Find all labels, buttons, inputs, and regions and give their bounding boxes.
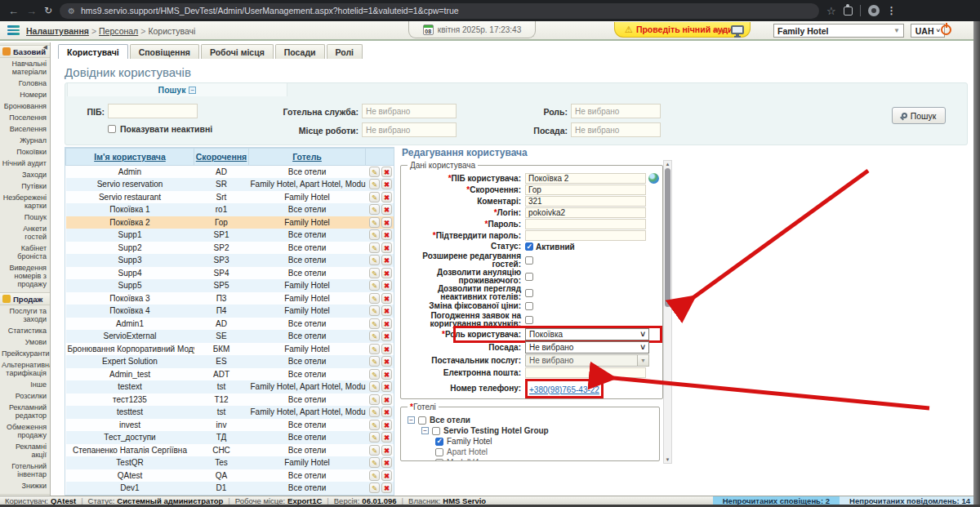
workplace-input[interactable] xyxy=(362,122,457,137)
address-bar[interactable]: ⚙ hms9.servio.support/HMS_DevTest/Admin/… xyxy=(60,3,819,19)
edit-row-button[interactable]: ✎ xyxy=(369,204,380,215)
bookmark-star-icon[interactable]: ☆ xyxy=(826,6,836,16)
edit-row-button[interactable]: ✎ xyxy=(369,420,380,430)
delete-row-button[interactable]: ✖ xyxy=(381,280,392,291)
delete-row-button[interactable]: ✖ xyxy=(381,204,392,215)
sort-username[interactable]: Ім'я користувача xyxy=(94,152,166,162)
delete-row-button[interactable]: ✖ xyxy=(381,381,392,392)
sidebar-item[interactable]: Путівки xyxy=(0,180,50,192)
table-row[interactable]: Servio reservationSRFamily Hotel, Apart … xyxy=(66,178,395,191)
field-input[interactable] xyxy=(525,207,646,218)
field-select[interactable]: Не вибрано˅ xyxy=(525,341,649,354)
breadcrumb-item[interactable]: Налаштування xyxy=(26,26,89,36)
edit-row-button[interactable]: ✎ xyxy=(369,369,380,380)
extensions-icon[interactable] xyxy=(844,7,853,16)
tab-Робочі місця[interactable]: Робочі місця xyxy=(201,44,274,59)
delete-row-button[interactable]: ✖ xyxy=(381,331,392,341)
edit-row-button[interactable]: ✎ xyxy=(369,407,380,417)
hotel-checkbox[interactable] xyxy=(418,416,426,425)
sidebar-item[interactable]: Навчальні матеріали xyxy=(0,58,50,78)
edit-row-button[interactable]: ✎ xyxy=(369,280,380,291)
profile-avatar[interactable] xyxy=(868,5,880,16)
field-checkbox[interactable] xyxy=(525,316,533,324)
edit-row-button[interactable]: ✎ xyxy=(369,318,380,329)
sidebar-item[interactable]: Нічний аудит xyxy=(0,158,50,169)
sidebar-item[interactable]: Умови xyxy=(0,336,50,348)
sidebar-collapse-icon[interactable]: ◀ xyxy=(43,44,47,51)
breadcrumb-item[interactable]: Персонал xyxy=(99,26,138,36)
sidebar-item[interactable]: Анкети гостей xyxy=(0,223,50,242)
edit-row-button[interactable]: ✎ xyxy=(369,192,380,202)
field-checkbox[interactable] xyxy=(525,256,533,265)
sidebar-item[interactable]: Обмеження продажу xyxy=(0,421,50,441)
site-info-icon[interactable]: ⚙ xyxy=(68,7,75,16)
edit-row-button[interactable]: ✎ xyxy=(369,293,380,304)
field-input[interactable] xyxy=(525,219,646,229)
globe-translate-icon[interactable] xyxy=(648,173,659,184)
table-row[interactable]: Supp2SP2Все отели✎✖ xyxy=(66,242,395,255)
field-checkbox[interactable] xyxy=(525,273,533,281)
field-input[interactable] xyxy=(525,173,646,184)
hotel-service-input[interactable] xyxy=(362,104,457,118)
table-row[interactable]: Servio restaurantSrtFamily Hotel✎✖ xyxy=(66,191,395,204)
sidebar-item[interactable]: Статистика xyxy=(0,325,50,336)
sidebar-item[interactable]: Прейскуранти xyxy=(0,348,50,359)
edit-row-button[interactable]: ✎ xyxy=(369,445,380,456)
table-row[interactable]: Expert SolutionESВсе отели✎✖ xyxy=(66,355,395,368)
sidebar-item[interactable]: Інше xyxy=(0,379,50,390)
page-scrollbar[interactable] xyxy=(973,21,980,505)
field-input[interactable] xyxy=(525,185,646,195)
tab-Ролі[interactable]: Ролі xyxy=(327,44,363,59)
tab-Посади[interactable]: Посади xyxy=(275,44,325,59)
edit-row-button[interactable]: ✎ xyxy=(369,356,380,367)
checkbox-icon[interactable] xyxy=(108,125,116,133)
edit-row-button[interactable]: ✎ xyxy=(369,483,380,493)
edit-row-button[interactable]: ✎ xyxy=(369,229,380,240)
table-row[interactable]: Бронювання Корпоративний МодульБКМFamily… xyxy=(66,343,395,356)
sidebar-section-sale[interactable]: Продаж xyxy=(0,292,50,305)
edit-row-button[interactable]: ✎ xyxy=(369,432,380,443)
sidebar-item[interactable]: Готельний інвентар xyxy=(0,460,50,480)
field-input[interactable] xyxy=(525,367,646,378)
edit-row-button[interactable]: ✎ xyxy=(369,167,380,177)
table-row[interactable]: ServioExternalSEВсе отели✎✖ xyxy=(66,330,395,343)
delete-row-button[interactable]: ✖ xyxy=(381,483,392,493)
sidebar-item[interactable]: Альтернативна тарифікація xyxy=(0,359,50,379)
delete-row-button[interactable]: ✖ xyxy=(381,356,392,367)
delete-row-button[interactable]: ✖ xyxy=(381,470,392,481)
delete-row-button[interactable]: ✖ xyxy=(381,432,392,443)
browser-reload-icon[interactable]: ↻ xyxy=(44,6,52,16)
table-row[interactable]: AdminADВсе отели✎✖ xyxy=(66,166,395,179)
pib-input[interactable] xyxy=(108,104,198,118)
delete-row-button[interactable]: ✖ xyxy=(381,167,392,177)
unread-notifications-badge[interactable]: Непрочитаних сповіщень: 2 xyxy=(713,496,840,505)
sort-hotel[interactable]: Готель xyxy=(292,152,322,162)
delete-row-button[interactable]: ✖ xyxy=(381,255,392,265)
delete-row-button[interactable]: ✖ xyxy=(381,192,392,202)
edit-row-button[interactable]: ✎ xyxy=(369,217,380,228)
show-inactive-checkbox[interactable]: Показувати неактивні xyxy=(108,124,212,134)
edit-row-button[interactable]: ✎ xyxy=(369,344,380,354)
edit-row-button[interactable]: ✎ xyxy=(369,331,380,341)
sidebar-item[interactable]: Рекламний редактор xyxy=(0,402,50,421)
sidebar-item[interactable]: Послуги та заходи xyxy=(0,305,50,325)
workstation-icon[interactable] xyxy=(731,25,744,34)
hotel-checkbox[interactable] xyxy=(435,459,443,462)
edit-row-button[interactable]: ✎ xyxy=(369,242,380,253)
field-checkbox[interactable] xyxy=(525,289,533,297)
panel-collapse-arrows-icon[interactable]: ◄► xyxy=(713,27,728,34)
table-row[interactable]: Supp3SP3Все отели✎✖ xyxy=(66,254,395,267)
hotel-checkbox[interactable] xyxy=(432,427,440,435)
search-button[interactable]: Пошук xyxy=(892,107,946,124)
tab-Сповіщення[interactable]: Сповіщення xyxy=(130,44,199,59)
hotel-checkbox[interactable] xyxy=(435,438,443,446)
hotel-checkbox[interactable] xyxy=(435,448,443,456)
tree-collapse-icon[interactable]: − xyxy=(408,416,415,424)
table-row[interactable]: testtesttstFamily Hotel, Apart Hotel, Mo… xyxy=(66,406,395,419)
table-row[interactable]: testexttstFamily Hotel, Apart Hotel, Mod… xyxy=(66,380,395,394)
delete-row-button[interactable]: ✖ xyxy=(381,229,392,240)
sidebar-item[interactable]: Покоївки xyxy=(0,146,50,158)
edit-row-button[interactable]: ✎ xyxy=(369,470,380,481)
table-row[interactable]: Покоївка 1ro1Все отели✎✖ xyxy=(66,203,395,216)
field-select[interactable]: Покоївка˅ xyxy=(525,328,649,340)
